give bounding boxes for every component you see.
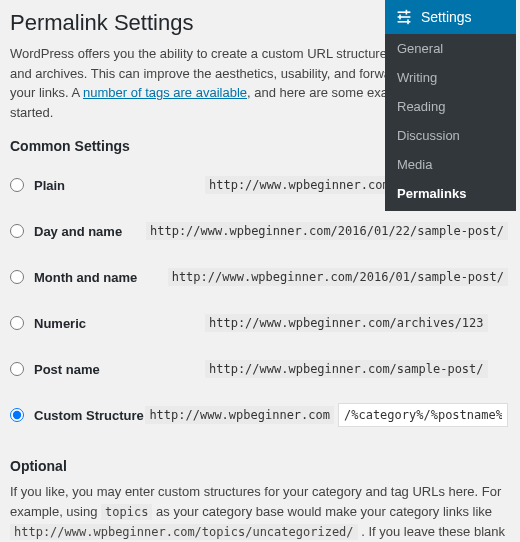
sliders-icon	[395, 8, 413, 26]
option-text: Custom Structure	[34, 408, 144, 423]
sidebar-item-discussion[interactable]: Discussion	[385, 121, 516, 150]
sidebar-item-writing[interactable]: Writing	[385, 63, 516, 92]
optional-description: If you like, you may enter custom struct…	[10, 482, 508, 542]
radio-custom[interactable]	[10, 408, 24, 422]
custom-base-url: http://www.wpbeginner.com	[145, 406, 334, 424]
sidebar-item-reading[interactable]: Reading	[385, 92, 516, 121]
sidebar-item-general[interactable]: General	[385, 34, 516, 63]
svg-rect-3	[406, 10, 408, 15]
option-row-custom: Custom Structure http://www.wpbeginner.c…	[10, 392, 508, 438]
example-category-url: http://www.wpbeginner.com/topics/uncateg…	[10, 524, 358, 540]
radio-plain[interactable]	[10, 178, 24, 192]
option-label[interactable]: Plain	[10, 178, 205, 193]
example-url: http://www.wpbeginner.com/sample-post/	[205, 360, 488, 378]
option-text: Post name	[34, 362, 100, 377]
option-row-numeric: Numeric http://www.wpbeginner.com/archiv…	[10, 300, 508, 346]
custom-structure-input[interactable]	[338, 403, 508, 427]
example-url: http://www.wpbeginner.com/2016/01/sample…	[168, 268, 508, 286]
radio-numeric[interactable]	[10, 316, 24, 330]
sidebar-head-settings[interactable]: Settings	[385, 0, 516, 34]
option-label[interactable]: Month and name	[10, 270, 168, 285]
sidebar-item-permalinks[interactable]: Permalinks	[385, 179, 516, 211]
radio-post-name[interactable]	[10, 362, 24, 376]
option-row-day-name: Day and name http://www.wpbeginner.com/2…	[10, 208, 508, 254]
option-text: Day and name	[34, 224, 122, 239]
tags-available-link[interactable]: number of tags are available	[83, 85, 247, 100]
sidebar-item-media[interactable]: Media	[385, 150, 516, 179]
sidebar-head-label: Settings	[421, 9, 472, 25]
optional-heading: Optional	[10, 458, 508, 474]
optional-desc-mid: as your category base would make your ca…	[152, 504, 492, 519]
svg-rect-5	[407, 19, 409, 24]
option-text: Month and name	[34, 270, 137, 285]
settings-submenu: Settings General Writing Reading Discuss…	[385, 0, 516, 211]
topics-code: topics	[101, 504, 152, 520]
svg-rect-0	[398, 11, 411, 13]
option-row-month-name: Month and name http://www.wpbeginner.com…	[10, 254, 508, 300]
option-label[interactable]: Day and name	[10, 224, 146, 239]
radio-month-name[interactable]	[10, 270, 24, 284]
example-url: http://www.wpbeginner.com/archives/123	[205, 314, 488, 332]
svg-rect-4	[399, 15, 401, 20]
option-text: Numeric	[34, 316, 86, 331]
option-label[interactable]: Custom Structure	[10, 408, 145, 423]
example-url: http://www.wpbeginner.com/2016/01/22/sam…	[146, 222, 508, 240]
option-text: Plain	[34, 178, 65, 193]
option-row-post-name: Post name http://www.wpbeginner.com/samp…	[10, 346, 508, 392]
option-label[interactable]: Numeric	[10, 316, 205, 331]
radio-day-name[interactable]	[10, 224, 24, 238]
option-label[interactable]: Post name	[10, 362, 205, 377]
